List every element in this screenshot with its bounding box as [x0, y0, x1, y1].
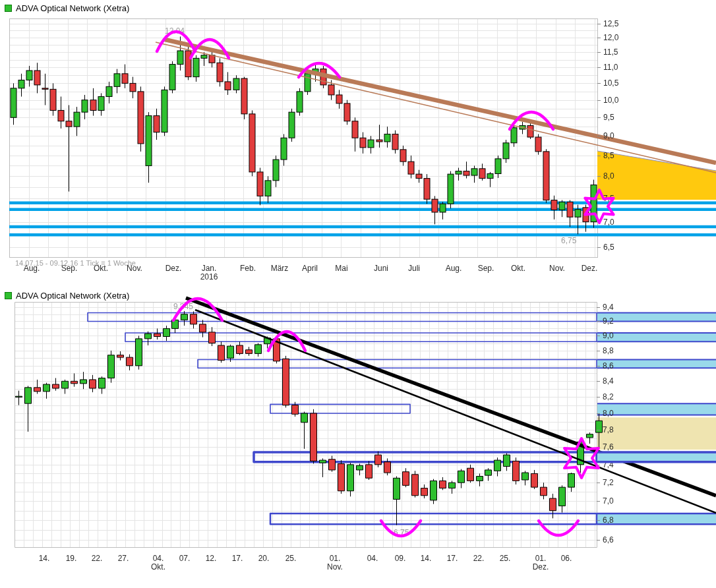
- chart-period-label: 14.07.15 - 09.12.16 1 Tick = 1 Woche: [15, 259, 136, 267]
- chart-title-weekly: ADVA Optical Network (Xetra): [16, 3, 129, 13]
- instrument-color-swatch-icon: [5, 5, 12, 12]
- instrument-color-swatch-icon: [5, 292, 12, 299]
- chart-legend-daily: ADVA Optical Network (Xetra): [5, 291, 129, 301]
- chart-title-daily: ADVA Optical Network (Xetra): [16, 291, 129, 301]
- stock-chart-page: ADVA Optical Network (Xetra) 14.07.15 - …: [0, 0, 716, 588]
- chart-legend-weekly: ADVA Optical Network (Xetra): [5, 3, 129, 13]
